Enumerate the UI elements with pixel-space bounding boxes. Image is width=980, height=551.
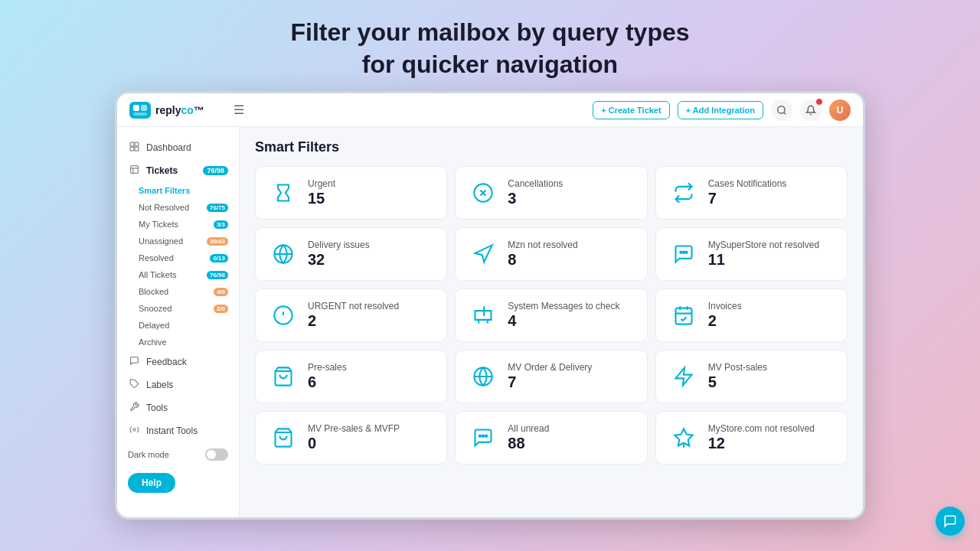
- page-title: Smart Filters: [255, 139, 848, 155]
- svg-rect-0: [133, 105, 139, 111]
- sidebar-sub-item-unassigned[interactable]: Unassigned 30/43: [139, 233, 239, 249]
- svg-point-10: [132, 429, 135, 431]
- chat-button[interactable]: [936, 507, 965, 536]
- sidebar: Dashboard Tickets 76/98 Smart Filters No…: [117, 127, 240, 517]
- filter-count-system-messages: 4: [508, 311, 619, 330]
- filter-card-cancellations[interactable]: Cancellations 3: [455, 166, 647, 220]
- filter-count-mysuper-not-resolved: 11: [708, 250, 819, 269]
- filter-card-mv-post-sales[interactable]: MV Post-sales 5: [655, 350, 848, 403]
- logo-area: replyco™: [129, 102, 221, 119]
- bell-icon: [805, 105, 816, 116]
- filter-label-all-unread: All unread: [508, 423, 549, 434]
- filter-icon-mzn-not-resolved: [468, 239, 498, 269]
- filter-card-cases-notifications[interactable]: Cases Notifications 7: [655, 166, 848, 220]
- dark-mode-label: Dark mode: [128, 450, 205, 459]
- filter-info-invoices: Invoices 2: [708, 301, 742, 330]
- sidebar-sub-item-snoozed[interactable]: Snoozed 2/0: [139, 300, 239, 317]
- filter-card-delivery-issues[interactable]: Delivery issues 32: [255, 227, 447, 281]
- filter-card-pre-sales[interactable]: Pre-sales 6: [255, 350, 447, 403]
- svg-rect-4: [130, 142, 134, 146]
- sidebar-sub-item-all-tickets[interactable]: All Tickets 76/98: [139, 266, 239, 283]
- headline: Filter your mailbox by query types for q…: [290, 17, 689, 80]
- filter-label-pre-sales: Pre-sales: [308, 362, 347, 373]
- filter-icon-system-messages: [468, 300, 498, 331]
- svg-rect-1: [141, 105, 147, 111]
- filter-icon-cases-notifications: [668, 178, 699, 208]
- filter-info-urgent-not-resolved: URGENT not resolved 2: [308, 301, 399, 330]
- sidebar-item-instant-tools[interactable]: Instant Tools: [117, 419, 239, 442]
- filter-count-urgent-not-resolved: 2: [308, 311, 399, 330]
- logo-text: replyco™: [155, 104, 204, 116]
- svg-point-25: [479, 435, 481, 437]
- sidebar-sub-item-not-resolved[interactable]: Not Resolved 76/75: [139, 199, 239, 216]
- search-button[interactable]: [771, 99, 792, 121]
- filter-count-delivery-issues: 32: [308, 250, 370, 269]
- sidebar-sub-item-smart-filters[interactable]: Smart Filters: [139, 182, 239, 199]
- sidebar-sub-item-my-tickets[interactable]: My Tickets 3/3: [139, 216, 239, 233]
- svg-rect-7: [135, 147, 139, 151]
- filter-count-pre-sales: 6: [308, 373, 347, 391]
- filter-card-mv-order-delivery[interactable]: MV Order & Delivery 7: [455, 350, 647, 403]
- filter-card-urgent-not-resolved[interactable]: URGENT not resolved 2: [255, 289, 447, 342]
- sidebar-item-dashboard[interactable]: Dashboard: [117, 136, 239, 159]
- filter-icon-pre-sales: [268, 361, 299, 392]
- avatar[interactable]: U: [829, 99, 851, 121]
- add-integration-button[interactable]: + Add Integration: [678, 101, 763, 119]
- blocked-label: Blocked: [139, 287, 168, 296]
- topbar-actions: + Create Ticket + Add Integration U: [593, 99, 851, 121]
- help-button[interactable]: Help: [128, 473, 175, 493]
- all-tickets-label: All Tickets: [139, 270, 177, 279]
- filter-info-pre-sales: Pre-sales 6: [308, 362, 347, 391]
- filter-card-urgent[interactable]: Urgent 15: [255, 166, 447, 220]
- all-tickets-badge: 76/98: [207, 271, 228, 279]
- filter-card-mystore-not-resolved[interactable]: MyStore.com not resolved 12: [655, 411, 848, 465]
- filter-icon-all-unread: [468, 422, 498, 453]
- svg-rect-8: [130, 166, 138, 174]
- filter-label-mv-presales-mvfp: MV Pre-sales & MVFP: [308, 423, 400, 434]
- filter-icon-mv-presales-mvfp: [268, 422, 299, 453]
- not-resolved-badge: 76/75: [207, 204, 228, 212]
- filter-label-urgent-not-resolved: URGENT not resolved: [308, 301, 399, 311]
- filter-info-mv-post-sales: MV Post-sales 5: [708, 362, 767, 391]
- filter-count-mv-post-sales: 5: [708, 373, 767, 391]
- filter-count-all-unread: 88: [508, 434, 549, 452]
- labels-icon: [128, 379, 140, 391]
- sidebar-sub-item-delayed[interactable]: Delayed: [139, 317, 239, 334]
- filter-card-all-unread[interactable]: All unread 88: [455, 411, 647, 465]
- notification-button[interactable]: [800, 99, 822, 121]
- smart-filters-label: Smart Filters: [139, 186, 190, 195]
- filter-card-system-messages[interactable]: System Messages to check 4: [455, 289, 647, 342]
- sidebar-sub-item-archive[interactable]: Archive: [139, 334, 239, 350]
- filter-count-mzn-not-resolved: 8: [508, 250, 577, 269]
- tickets-badge: 76/98: [203, 166, 228, 175]
- tools-icon: [128, 402, 140, 414]
- svg-rect-6: [130, 147, 134, 151]
- filter-label-urgent: Urgent: [308, 178, 335, 189]
- search-icon: [776, 105, 787, 116]
- sidebar-item-feedback[interactable]: Feedback: [117, 350, 239, 373]
- svg-point-26: [482, 435, 484, 437]
- hamburger-button[interactable]: ☰: [230, 99, 247, 120]
- create-ticket-button[interactable]: + Create Ticket: [593, 101, 669, 119]
- filter-count-cases-notifications: 7: [708, 189, 787, 207]
- filter-card-mv-presales-mvfp[interactable]: MV Pre-sales & MVFP 0: [255, 411, 447, 465]
- snoozed-label: Snoozed: [139, 304, 172, 313]
- filter-card-mysuper-not-resolved[interactable]: MySuperStore not resolved 11: [655, 227, 848, 281]
- sidebar-item-labels[interactable]: Labels: [117, 373, 239, 396]
- filter-card-invoices[interactable]: Invoices 2: [655, 289, 848, 342]
- dark-mode-toggle[interactable]: [205, 448, 228, 461]
- filter-count-urgent: 15: [308, 189, 335, 207]
- sidebar-item-tools[interactable]: Tools: [117, 396, 239, 419]
- filter-info-mv-presales-mvfp: MV Pre-sales & MVFP 0: [308, 423, 400, 452]
- sidebar-item-tickets[interactable]: Tickets 76/98: [117, 159, 239, 182]
- filter-label-mv-order-delivery: MV Order & Delivery: [508, 362, 592, 373]
- svg-point-14: [682, 252, 684, 253]
- filter-card-mzn-not-resolved[interactable]: Mzn not resolved 8: [455, 227, 647, 281]
- filters-grid: Urgent 15 Cancellations 3 Cases Notifica…: [255, 166, 848, 465]
- tickets-label: Tickets: [146, 165, 178, 176]
- labels-label: Labels: [146, 380, 173, 390]
- filter-count-invoices: 2: [708, 311, 742, 330]
- sidebar-sub-item-resolved[interactable]: Resolved 0/13: [139, 249, 239, 266]
- dashboard-label: Dashboard: [146, 142, 191, 153]
- sidebar-sub-item-blocked[interactable]: Blocked 4/0: [139, 283, 239, 300]
